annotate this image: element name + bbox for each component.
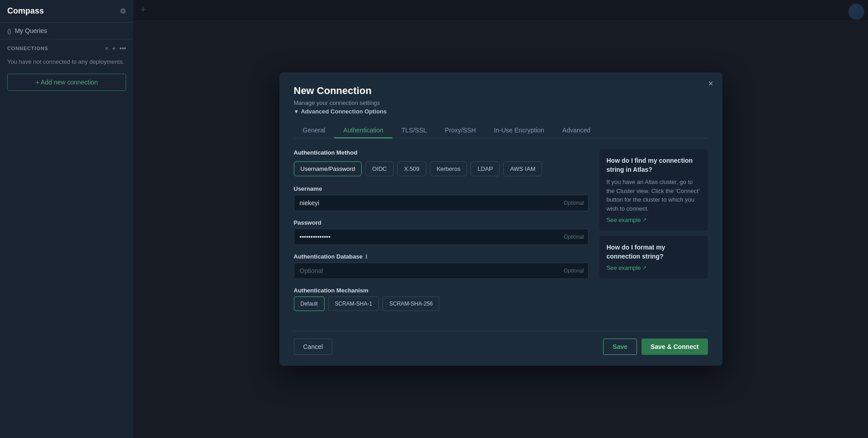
cancel-button[interactable]: Cancel — [294, 339, 333, 355]
auth-method-oidc[interactable]: OIDC — [365, 161, 394, 176]
tab-general[interactable]: General — [294, 123, 335, 138]
password-label: Password — [294, 219, 589, 226]
my-queries-label: My Queries — [15, 27, 47, 34]
auth-mechanism-row: Default SCRAM-SHA-1 SCRAM-SHA-256 — [294, 297, 589, 311]
username-input[interactable] — [294, 195, 589, 211]
save-connect-button[interactable]: Save & Connect — [642, 339, 708, 355]
auth-method-ldap[interactable]: LDAP — [471, 161, 500, 176]
password-input[interactable] — [294, 229, 589, 245]
auth-method-aws-iam[interactable]: AWS IAM — [503, 161, 542, 176]
help-card-1-text: If you have an Atlas cluster, go to the … — [607, 178, 701, 213]
username-input-wrap: Optional — [294, 195, 589, 211]
connections-add-icon[interactable]: + — [112, 45, 116, 52]
gear-icon[interactable]: ⚙ — [120, 7, 126, 15]
help-card-1: How do I find my connection string in At… — [599, 149, 708, 231]
modal-dialog: × New Connection Manage your connection … — [279, 72, 722, 366]
tab-proxy-ssh[interactable]: Proxy/SSH — [436, 123, 485, 138]
help-card-2: How do I format my connection string? Se… — [599, 236, 708, 278]
auth-mech-field-group: Authentication Mechanism Default SCRAM-S… — [294, 287, 589, 311]
password-field-group: Password Optional — [294, 219, 589, 245]
app-title: Compass — [7, 6, 44, 16]
help-card-1-title: How do I find my connection string in At… — [607, 156, 701, 174]
auth-db-field-group: Authentication Database ℹ Optional — [294, 253, 589, 279]
help-card-2-title: How do I format my connection string? — [607, 243, 701, 261]
auth-db-label: Authentication Database ℹ — [294, 253, 589, 260]
my-queries-icon: {} — [7, 28, 11, 34]
sidebar-header: Compass ⚙ — [0, 0, 133, 23]
auth-db-input-wrap: Optional — [294, 263, 589, 279]
no-connections-text: You have not connected to any deployment… — [7, 57, 126, 66]
my-queries-item[interactable]: {} My Queries — [0, 23, 133, 39]
username-label: Username — [294, 185, 589, 192]
tab-in-use-encryption[interactable]: In-Use Encryption — [485, 123, 553, 138]
modal-close-button[interactable]: × — [708, 80, 713, 88]
modal-title: New Connection — [294, 85, 708, 97]
advanced-options-label: Advanced Connection Options — [301, 108, 387, 115]
add-new-connection-button[interactable]: + Add new connection — [7, 74, 126, 91]
password-input-wrap: Optional — [294, 229, 589, 245]
modal-subtitle: Manage your connection settings — [294, 99, 708, 106]
auth-db-info-icon: ℹ — [365, 254, 368, 260]
connections-label: CONNECTIONS — [7, 46, 48, 51]
modal-overlay: × New Connection Manage your connection … — [133, 0, 868, 438]
tab-authentication[interactable]: Authentication — [334, 123, 392, 138]
tab-tls-ssl[interactable]: TLS/SSL — [392, 123, 436, 138]
sidebar: Compass ⚙ {} My Queries CONNECTIONS × + … — [0, 0, 133, 438]
connections-close-icon[interactable]: × — [105, 45, 108, 52]
auth-mech-scram256[interactable]: SCRAM-SHA-256 — [382, 297, 439, 311]
auth-mech-default[interactable]: Default — [294, 297, 325, 311]
connections-header: CONNECTIONS × + ••• — [7, 45, 126, 52]
auth-mech-scram1[interactable]: SCRAM-SHA-1 — [328, 297, 379, 311]
save-button[interactable]: Save — [603, 339, 637, 355]
footer-right: Save Save & Connect — [603, 339, 708, 355]
advanced-options-link[interactable]: ▼ Advanced Connection Options — [294, 108, 708, 115]
auth-method-label: Authentication Method — [294, 149, 589, 156]
auth-method-x509[interactable]: X.509 — [397, 161, 426, 176]
modal-body: Authentication Method Username/Password … — [294, 149, 708, 320]
auth-method-kerberos[interactable]: Kerberos — [430, 161, 467, 176]
connections-section: CONNECTIONS × + ••• You have not connect… — [0, 39, 133, 96]
auth-method-username-password[interactable]: Username/Password — [294, 161, 362, 176]
modal-main: Authentication Method Username/Password … — [294, 149, 589, 320]
auth-mech-label: Authentication Mechanism — [294, 287, 589, 294]
chevron-down-icon: ▼ — [294, 108, 299, 115]
help-card-2-link[interactable]: See example — [607, 264, 701, 271]
auth-method-buttons: Username/Password OIDC X.509 Kerberos LD… — [294, 161, 589, 176]
modal-tabs: General Authentication TLS/SSL Proxy/SSH… — [294, 123, 708, 138]
connections-more-icon[interactable]: ••• — [119, 45, 126, 52]
tab-advanced[interactable]: Advanced — [553, 123, 599, 138]
auth-db-input[interactable] — [294, 263, 589, 279]
modal-sidebar: How do I find my connection string in At… — [599, 149, 708, 320]
help-card-1-link[interactable]: See example — [607, 217, 701, 223]
username-field-group: Username Optional — [294, 185, 589, 211]
connections-actions: × + ••• — [105, 45, 126, 52]
modal-footer: Cancel Save Save & Connect — [294, 331, 708, 355]
